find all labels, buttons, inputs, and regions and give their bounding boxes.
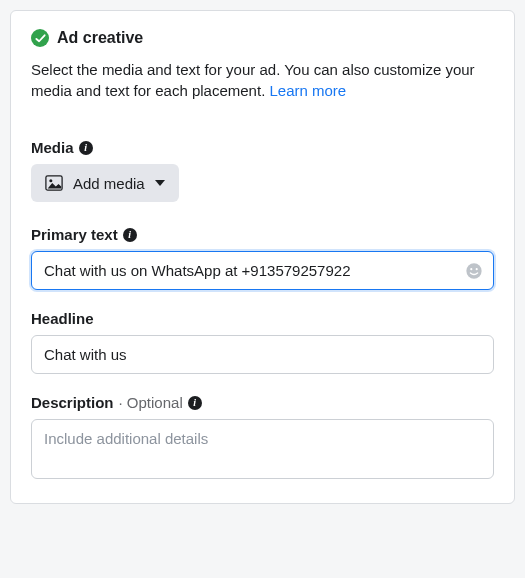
info-icon[interactable]: i bbox=[188, 396, 202, 410]
learn-more-link[interactable]: Learn more bbox=[269, 82, 346, 99]
svg-point-1 bbox=[49, 179, 52, 182]
ad-creative-card: Ad creative Select the media and text fo… bbox=[10, 10, 515, 504]
primary-text-label-row: Primary text i bbox=[31, 226, 494, 243]
primary-text-wrap bbox=[31, 251, 494, 290]
section-header: Ad creative bbox=[31, 29, 494, 47]
info-icon[interactable]: i bbox=[79, 141, 93, 155]
add-media-label: Add media bbox=[73, 175, 145, 192]
optional-label: · Optional bbox=[119, 394, 183, 411]
headline-label: Headline bbox=[31, 310, 94, 327]
description-label: Description bbox=[31, 394, 114, 411]
headline-label-row: Headline bbox=[31, 310, 494, 327]
checkmark-icon bbox=[31, 29, 49, 47]
primary-text-input[interactable] bbox=[31, 251, 494, 290]
emoji-icon bbox=[465, 262, 483, 280]
primary-text-label: Primary text bbox=[31, 226, 118, 243]
section-description: Select the media and text for your ad. Y… bbox=[31, 59, 494, 101]
svg-point-2 bbox=[466, 263, 481, 278]
svg-point-3 bbox=[470, 268, 472, 270]
image-icon bbox=[45, 174, 63, 192]
media-label: Media bbox=[31, 139, 74, 156]
info-icon[interactable]: i bbox=[123, 228, 137, 242]
svg-point-4 bbox=[476, 268, 478, 270]
media-label-row: Media i bbox=[31, 139, 494, 156]
description-label-row: Description · Optional i bbox=[31, 394, 494, 411]
chevron-down-icon bbox=[155, 180, 165, 186]
headline-input[interactable] bbox=[31, 335, 494, 374]
description-input[interactable] bbox=[31, 419, 494, 479]
section-title: Ad creative bbox=[57, 29, 143, 47]
subtitle-text: Select the media and text for your ad. Y… bbox=[31, 61, 475, 99]
add-media-button[interactable]: Add media bbox=[31, 164, 179, 202]
emoji-button[interactable] bbox=[464, 261, 484, 281]
